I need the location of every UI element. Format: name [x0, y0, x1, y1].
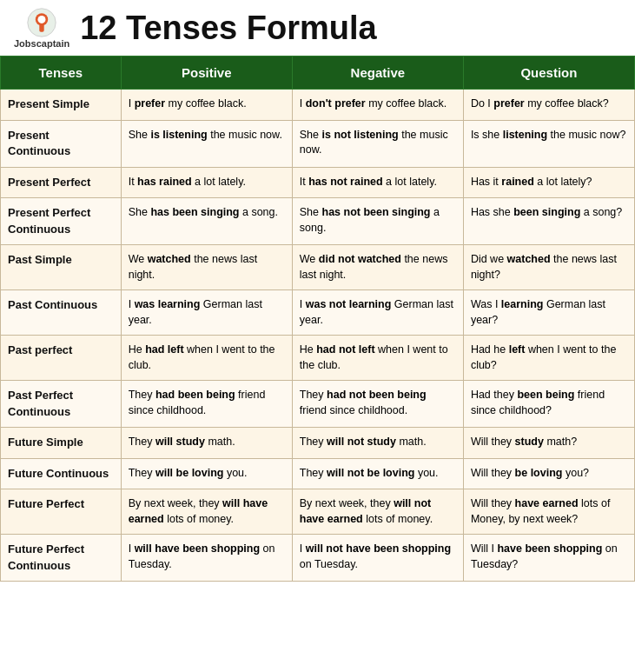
negative-cell: By next week, they will not have earned …	[292, 489, 463, 535]
question-cell: Will they study math?	[463, 428, 634, 459]
tense-name: Past Simple	[1, 245, 122, 290]
tense-name: Present Perfect Continuous	[1, 198, 122, 245]
positive-cell: By next week, they will have earned lots…	[121, 489, 292, 535]
question-cell: Had he left when I went to the club?	[463, 336, 634, 381]
tense-name: Future Simple	[1, 428, 122, 459]
question-cell: Do I prefer my coffee black?	[463, 90, 634, 121]
col-negative: Negative	[292, 57, 463, 90]
positive-cell: I prefer my coffee black.	[121, 90, 292, 121]
positive-cell: They will be loving you.	[121, 458, 292, 489]
question-cell: Did we watched the news last night?	[463, 245, 634, 290]
question-cell: Was I learning German last year?	[463, 290, 634, 336]
question-cell: Will they have earned lots of Money, by …	[463, 489, 634, 535]
question-cell: Will I have been shopping on Tuesday?	[463, 535, 634, 582]
page-header: Jobscaptain 12 Tenses Formula	[0, 0, 635, 56]
tenses-table: Tenses Positive Negative Question Presen…	[0, 56, 635, 582]
table-row: Past SimpleWe watched the news last nigh…	[1, 245, 635, 290]
question-cell: Has she been singing a song?	[463, 198, 634, 245]
col-question: Question	[463, 57, 634, 90]
table-header-row: Tenses Positive Negative Question	[1, 57, 635, 90]
table-row: Present Perfect ContinuousShe has been s…	[1, 198, 635, 245]
tense-name: Present Continuous	[1, 120, 122, 167]
negative-cell: He had not left when I went to the club.	[292, 336, 463, 381]
col-tenses: Tenses	[1, 57, 122, 90]
table-row: Past perfectHe had left when I went to t…	[1, 336, 635, 381]
table-row: Present SimpleI prefer my coffee black.I…	[1, 90, 635, 121]
negative-cell: They had not been being friend since chi…	[292, 381, 463, 428]
table-row: Future Perfect ContinuousI will have bee…	[1, 535, 635, 582]
question-cell: Will they be loving you?	[463, 458, 634, 489]
positive-cell: She has been singing a song.	[121, 198, 292, 245]
tense-name: Future Perfect Continuous	[1, 535, 122, 582]
jobscaptain-logo	[26, 7, 57, 38]
svg-point-2	[38, 16, 46, 23]
negative-cell: I was not learning German last year.	[292, 290, 463, 336]
negative-cell: She is not listening the music now.	[292, 120, 463, 167]
positive-cell: I was learning German last year.	[121, 290, 292, 336]
table-row: Present ContinuousShe is listening the m…	[1, 120, 635, 167]
tense-name: Present Perfect	[1, 167, 122, 198]
positive-cell: They will study math.	[121, 428, 292, 459]
col-positive: Positive	[121, 57, 292, 90]
question-cell: Has it rained a lot lately?	[463, 167, 634, 198]
tense-name: Past Perfect Continuous	[1, 381, 122, 428]
positive-cell: She is listening the music now.	[121, 120, 292, 167]
tense-name: Future Continuous	[1, 458, 122, 489]
table-row: Future ContinuousThey will be loving you…	[1, 458, 635, 489]
tense-name: Future Perfect	[1, 489, 122, 535]
tense-name: Past perfect	[1, 336, 122, 381]
table-row: Past ContinuousI was learning German las…	[1, 290, 635, 336]
question-cell: Had they been being friend since childho…	[463, 381, 634, 428]
positive-cell: I will have been shopping on Tuesday.	[121, 535, 292, 582]
table-row: Present PerfectIt has rained a lot latel…	[1, 167, 635, 198]
question-cell: Is she listening the music now?	[463, 120, 634, 167]
table-row: Future SimpleThey will study math.They w…	[1, 428, 635, 459]
table-row: Past Perfect ContinuousThey had been bei…	[1, 381, 635, 428]
positive-cell: They had been being friend since childho…	[121, 381, 292, 428]
logo-area: Jobscaptain	[14, 7, 69, 49]
negative-cell: They will not study math.	[292, 428, 463, 459]
svg-rect-3	[39, 24, 43, 32]
page-title: 12 Tenses Formula	[80, 10, 376, 47]
negative-cell: They will not be loving you.	[292, 458, 463, 489]
tense-name: Present Simple	[1, 90, 122, 121]
positive-cell: He had left when I went to the club.	[121, 336, 292, 381]
positive-cell: It has rained a lot lately.	[121, 167, 292, 198]
table-row: Future PerfectBy next week, they will ha…	[1, 489, 635, 535]
logo-text: Jobscaptain	[14, 38, 69, 49]
negative-cell: It has not rained a lot lately.	[292, 167, 463, 198]
tense-name: Past Continuous	[1, 290, 122, 336]
negative-cell: I will not have been shopping on Tuesday…	[292, 535, 463, 582]
negative-cell: She has not been singing a song.	[292, 198, 463, 245]
negative-cell: I don't prefer my coffee black.	[292, 90, 463, 121]
negative-cell: We did not watched the news last night.	[292, 245, 463, 290]
positive-cell: We watched the news last night.	[121, 245, 292, 290]
